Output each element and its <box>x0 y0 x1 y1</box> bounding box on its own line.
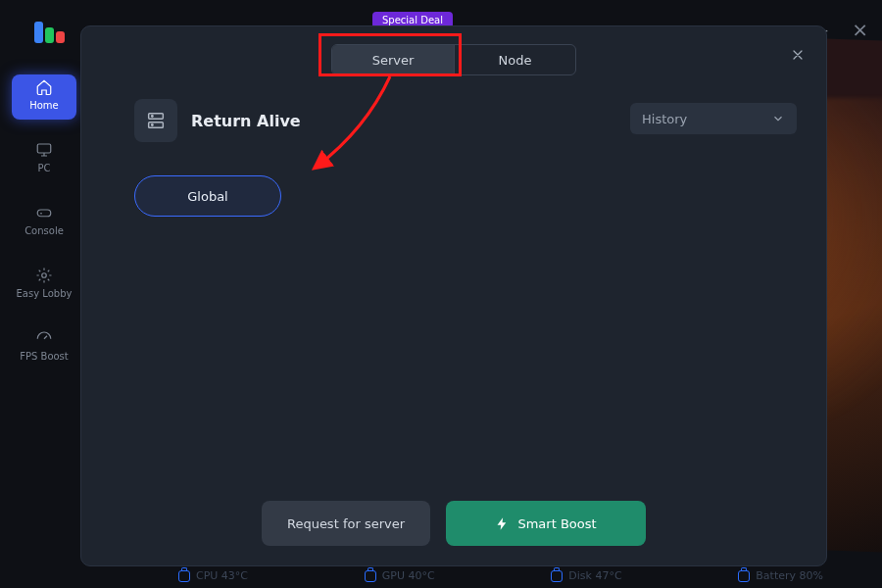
game-title: Return Alive <box>191 112 301 130</box>
svg-rect-0 <box>37 144 51 153</box>
close-button[interactable] <box>787 44 808 66</box>
stat-gpu: GPU 40°C <box>365 569 435 582</box>
annotation-arrow <box>307 71 405 178</box>
controller-icon <box>35 204 53 221</box>
stat-disk: Disk 47°C <box>551 569 621 582</box>
stat-cpu: CPU 43°C <box>178 569 248 582</box>
sidebar-item-label: Easy Lobby <box>17 288 73 299</box>
modal-footer: Request for server Smart Boost <box>81 501 826 546</box>
chip-icon <box>738 570 750 582</box>
gauge-icon <box>35 329 53 347</box>
gear-icon <box>35 267 53 284</box>
bolt-icon <box>495 516 510 531</box>
sidebar: Home PC Console Easy Lobby FPS Boost <box>12 74 76 370</box>
chip-icon <box>178 570 190 582</box>
smart-boost-button[interactable]: Smart Boost <box>446 501 646 546</box>
sidebar-item-label: Home <box>29 100 59 111</box>
server-modal: Server Node Return Alive History Global … <box>80 25 827 566</box>
chip-icon <box>365 570 376 582</box>
sidebar-item-label: PC <box>37 163 50 173</box>
sidebar-item-pc[interactable]: PC <box>12 137 76 182</box>
sidebar-item-easy-lobby[interactable]: Easy Lobby <box>12 263 76 308</box>
history-label: History <box>642 112 687 126</box>
home-icon <box>35 78 53 96</box>
sidebar-item-home[interactable]: Home <box>12 74 76 120</box>
app-logo <box>34 22 65 43</box>
window-close-icon[interactable]: × <box>852 18 868 41</box>
sidebar-item-label: Console <box>24 225 64 236</box>
tab-node[interactable]: Node <box>454 45 575 74</box>
server-option-global[interactable]: Global <box>134 175 281 217</box>
smart-boost-label: Smart Boost <box>517 516 596 531</box>
chevron-down-icon <box>771 112 785 125</box>
svg-point-6 <box>152 124 153 125</box>
request-server-button[interactable]: Request for server <box>262 501 430 546</box>
system-stats-bar: CPU 43°C GPU 40°C Disk 47°C Battery 80% <box>178 569 823 582</box>
chip-icon <box>551 570 563 582</box>
sidebar-item-label: FPS Boost <box>20 351 69 362</box>
svg-point-2 <box>42 273 47 278</box>
monitor-icon <box>35 141 53 159</box>
sidebar-item-console[interactable]: Console <box>12 200 76 245</box>
svg-point-5 <box>152 116 153 117</box>
server-icon <box>134 99 177 142</box>
svg-rect-1 <box>37 210 51 217</box>
sidebar-item-fps-boost[interactable]: FPS Boost <box>12 325 76 370</box>
stat-battery: Battery 80% <box>738 569 823 582</box>
history-dropdown[interactable]: History <box>630 103 797 134</box>
